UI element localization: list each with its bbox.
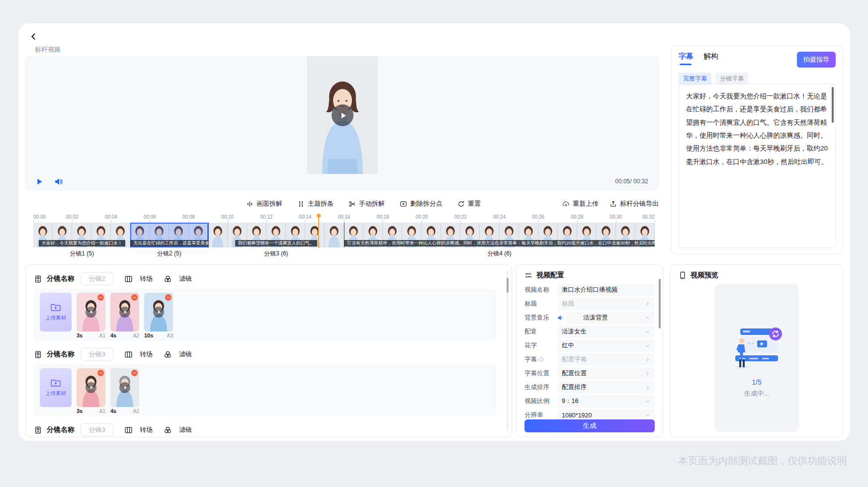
config-control-subtitle[interactable]: 配置字幕 [557,353,655,366]
remove-clip-icon[interactable]: – [131,294,138,301]
remove-clip-icon[interactable]: – [131,370,138,376]
config-control-generate-order[interactable]: 配置排序 [557,381,655,394]
toolbar-item-reupload[interactable]: 重新上传 [562,199,599,208]
config-label-text: 分辨率 [524,411,543,419]
toolbar-item-frame-split[interactable]: 画面拆解 [246,199,282,208]
shot-name-label: 分镜名称 [47,425,75,434]
config-control-aspect-ratio[interactable]: 9：16 [557,395,655,407]
clip-thumbnail[interactable]: – [77,293,105,331]
segment-name-label: 分镜2 (5) [157,249,181,258]
back-button[interactable] [26,29,40,43]
clip-item: –10sA3 [144,293,173,338]
config-row-video-name: 视频名称 [524,284,655,296]
toolbar-item-label: 手动拆解 [359,199,385,208]
clip-tag: A1 [99,408,105,414]
playhead[interactable] [318,215,319,248]
generate-button[interactable]: 生成 [524,419,655,432]
timeline-strip[interactable]: 大家好，今天我要为您介绍一款漱口水！无论是在忙碌的工作后，还是享受美食过后，我们… [33,223,655,247]
ruler-tick-label: 00:06 [144,214,156,220]
toolbar-item-topic-split[interactable]: 主题拆条 [297,199,334,208]
transition-button[interactable]: 转场 [124,350,153,359]
speaker-icon[interactable] [557,315,564,321]
video-preview-panel: 视频预览 [670,264,843,437]
play-button[interactable] [36,178,43,185]
subtitle-mode-chips: 完整字幕 分镜字幕 [672,68,843,85]
clip-play-icon[interactable] [86,382,96,393]
config-row-title: 标题标题 [524,298,655,310]
tab-deconstruct[interactable]: 解构 [703,52,718,65]
config-header: 视频配置 [524,271,655,280]
config-input-video-name[interactable] [562,287,650,294]
config-control-bgm[interactable]: 活泼背景 [566,312,655,324]
filter-button[interactable]: 滤镜 [164,350,192,359]
frame-split-icon [246,200,254,208]
toolbar-left-group: 画面拆解主题拆条手动拆解删除拆分点重置 [246,199,481,208]
clip-thumbnail[interactable]: – [144,293,173,331]
clip-tag: A2 [133,333,139,338]
storyboard-section-header: 分镜名称转场滤镜 [34,347,497,361]
clip-thumbnail[interactable]: – [77,368,105,407]
filter-button-label: 滤镜 [179,274,192,283]
timeline-ruler: 00:0000:0200:0400:0600:0800:1000:1200:14… [33,213,655,222]
config-value-title: 标题 [562,300,574,308]
tab-subtitles[interactable]: 字幕 [679,52,694,65]
toolbar-item-export-storyboard[interactable]: 标杆分镜导出 [609,199,659,208]
shot-name-input[interactable] [81,348,113,361]
remove-clip-icon[interactable]: – [97,294,104,301]
clip-play-icon[interactable] [119,307,130,318]
config-value-aspect-ratio: 9：16 [562,397,578,406]
clip-tag: A3 [167,333,173,338]
config-label-text: 背景音乐 [524,314,549,322]
chevron-down-icon [645,412,650,418]
time-display: 00:05/ 00:32 [615,178,648,185]
clip-play-icon[interactable] [153,307,164,318]
shooting-guide-button[interactable]: 拍摄指导 [797,52,836,68]
clip-play-icon[interactable] [86,307,96,318]
chevron-down-icon [645,399,650,404]
main-card: 标杆视频 [18,23,850,441]
config-control-title[interactable]: 标题 [557,298,655,310]
ruler-tick-label: 00:26 [532,214,544,220]
clip-thumbnail[interactable]: – [110,293,139,331]
clips-row: 上传素材–3sA1–4sA2 [34,364,497,416]
video-play-button[interactable] [332,104,353,126]
transition-button[interactable]: 转场 [124,274,153,283]
filter-button[interactable]: 滤镜 [164,425,192,434]
remove-clip-icon[interactable]: – [165,294,172,301]
topic-split-icon [297,200,305,208]
upload-material-card[interactable]: 上传素材 [40,368,72,407]
transition-button[interactable]: 转场 [124,425,153,434]
transition-button-label: 转场 [140,425,153,434]
chevron-down-icon [645,329,650,334]
filter-button[interactable]: 滤镜 [164,274,192,283]
shot-name-input[interactable] [81,423,113,436]
config-label-text: 字幕 [524,355,537,364]
toolbar-item-delete-split-point[interactable]: 删除拆分点 [400,199,442,208]
clip-label-row: 3sA1 [77,332,105,338]
config-control-voice[interactable]: 活泼女生 [557,325,655,338]
manual-split-icon [348,200,356,208]
storyboard-section: 分镜名称转场滤镜上传素材–3sA1–4sA2–10sA3 [26,265,512,340]
clip-item: –4sA2 [110,368,139,414]
ruler-tick-label: 00:20 [416,214,428,220]
clip-tag: A2 [133,408,139,414]
shot-name-input[interactable] [81,272,113,285]
config-control-fancy-text[interactable]: 红中 [557,339,655,352]
ruler-tick [150,220,150,222]
config-control-video-name[interactable] [557,284,655,296]
storyboard-scrollbar-thumb[interactable] [507,278,509,293]
config-control-subtitle-position[interactable]: 配置位置 [557,367,655,380]
remove-clip-icon[interactable]: – [97,370,104,376]
config-scrollbar-thumb[interactable] [659,279,661,328]
config-label-text: 配音 [524,327,537,336]
clip-thumbnail[interactable]: – [110,368,139,407]
segment-labels: 分镜1 (5)分镜2 (5)分镜3 (6)分镜4 (6) [33,247,655,257]
chevron-right-icon [645,385,650,390]
toolbar-item-reset[interactable]: 重置 [457,199,481,208]
clip-play-icon[interactable] [119,382,130,393]
toolbar-item-manual-split[interactable]: 手动拆解 [348,199,385,208]
upload-material-card[interactable]: 上传素材 [40,293,72,331]
volume-icon[interactable] [54,177,64,186]
clip-duration: 3s [77,332,83,338]
subtitle-scrollbar[interactable] [832,87,834,123]
